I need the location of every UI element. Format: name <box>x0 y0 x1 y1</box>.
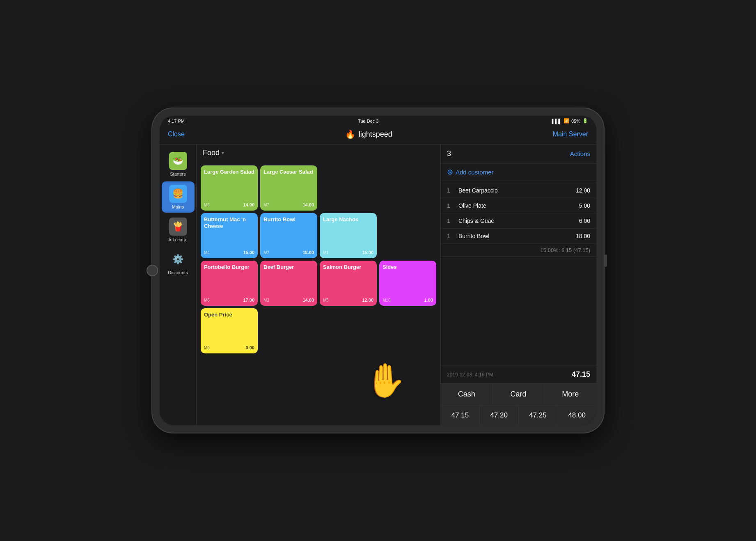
mains-label: Mains <box>172 204 184 209</box>
order-item[interactable]: 1 Burrito Bowl 18.00 <box>441 229 596 244</box>
sidebar: 🥗 Starters 🍔 Mains 🍟 À la carte <box>160 144 197 425</box>
payment-methods: Cash Card More <box>441 383 596 405</box>
empty-cell <box>320 308 377 353</box>
menu-item-code: M4 <box>204 250 210 255</box>
order-footer: 2019-12-03, 4:16 PM 47.15 <box>441 366 596 383</box>
cash-button[interactable]: Cash <box>441 383 493 405</box>
menu-item-large-nachos[interactable]: Large Nachos M1 15.00 <box>320 213 377 258</box>
menu-item-footer: M1 15.00 <box>323 250 373 255</box>
order-number: 3 <box>447 149 451 158</box>
menu-item-price: 18.00 <box>302 250 314 255</box>
logo-text: lightspeed <box>359 130 392 139</box>
main-content: 🥗 Starters 🍔 Mains 🍟 À la carte <box>160 144 596 425</box>
menu-item-name: Sides <box>383 264 433 270</box>
menu-grid: Large Garden Salad M6 14.00 Large Caesar… <box>197 161 440 425</box>
menu-item-open-price[interactable]: Open Price M9 0.00 <box>201 308 258 353</box>
menu-item-name: Beef Burger <box>263 264 314 270</box>
menu-item-portobello[interactable]: Portobello Burger M6 17.00 <box>201 261 258 306</box>
device-frame: 4:17 PM Tue Dec 3 ▌▌▌ 📶 85% 🔋 Close 🔥 li… <box>152 108 604 433</box>
menu-item-footer: M9 0.00 <box>204 345 254 350</box>
menu-item-price: 0.00 <box>246 345 254 350</box>
menu-item-sides[interactable]: Sides M10 1.00 <box>379 261 436 306</box>
flame-icon: 🔥 <box>345 129 355 139</box>
menu-item-code: M10 <box>383 298 390 303</box>
item-price: 18.00 <box>576 233 590 239</box>
alacarte-icon: 🍟 <box>169 218 187 236</box>
sidebar-item-mains[interactable]: 🍔 Mains <box>162 181 195 213</box>
menu-area: Food ▾ Large Garden Salad M6 14.00 <box>197 144 440 425</box>
menu-item-code: M6 <box>204 298 210 303</box>
amount-4725[interactable]: 47.25 <box>519 406 558 425</box>
status-time: 4:17 PM <box>168 119 185 124</box>
category-selector[interactable]: Food ▾ <box>203 149 224 157</box>
menu-item-beef-burger[interactable]: Beef Burger M3 14.00 <box>260 261 317 306</box>
signal-icon: ▌▌▌ <box>552 119 561 124</box>
order-header: 3 Actions <box>441 144 596 163</box>
menu-item-code: M1 <box>323 250 329 255</box>
amount-4800[interactable]: 48.00 <box>557 406 596 425</box>
status-date: Tue Dec 3 <box>358 119 378 124</box>
menu-item-code: M9 <box>204 346 210 350</box>
item-name: Chips & Guac <box>458 218 579 224</box>
menu-item-name: Large Caesar Salad <box>263 169 314 175</box>
menu-item-butternut[interactable]: Butternut Mac 'n Cheese M4 15.00 <box>201 213 258 258</box>
empty-cell <box>379 213 436 258</box>
menu-item-large-caesar-salad[interactable]: Large Caesar Salad M7 14.00 <box>260 165 317 211</box>
order-items-list: 1 Beet Carpaccio 12.00 1 Olive Plate 5.0… <box>441 181 596 366</box>
item-name: Olive Plate <box>458 202 579 209</box>
order-item[interactable]: 1 Beet Carpaccio 12.00 <box>441 183 596 198</box>
category-arrow-icon: ▾ <box>222 150 224 156</box>
item-qty: 1 <box>447 202 455 209</box>
close-button[interactable]: Close <box>168 131 185 138</box>
menu-header: Food ▾ <box>197 144 440 161</box>
item-price: 5.00 <box>579 202 590 209</box>
add-customer-label: Add customer <box>456 169 494 176</box>
menu-item-price: 14.00 <box>243 202 254 207</box>
amount-4715[interactable]: 47.15 <box>441 406 480 425</box>
status-bar: 4:17 PM Tue Dec 3 ▌▌▌ 📶 85% 🔋 <box>160 116 596 126</box>
menu-item-salmon-burger[interactable]: Salmon Burger M5 12.00 <box>320 261 377 306</box>
menu-item-code: M2 <box>263 250 269 255</box>
item-price: 6.00 <box>579 218 590 224</box>
item-qty: 1 <box>447 218 455 224</box>
amount-options: 47.15 47.20 47.25 48.00 <box>441 405 596 425</box>
device-screen: 4:17 PM Tue Dec 3 ▌▌▌ 📶 85% 🔋 Close 🔥 li… <box>160 116 596 425</box>
starters-label: Starters <box>170 172 186 177</box>
starters-icon: 🥗 <box>169 152 187 170</box>
actions-button[interactable]: Actions <box>570 150 590 157</box>
sidebar-item-discounts[interactable]: ⚙️ Discounts <box>162 247 195 278</box>
server-selector[interactable]: Main Server <box>553 131 588 138</box>
item-qty: 1 <box>447 187 455 194</box>
side-button[interactable] <box>605 254 607 267</box>
card-button[interactable]: Card <box>493 383 544 405</box>
menu-item-price: 12.00 <box>362 298 373 303</box>
menu-item-large-garden-salad[interactable]: Large Garden Salad M6 14.00 <box>201 165 258 211</box>
amount-4720[interactable]: 47.20 <box>480 406 519 425</box>
empty-cell <box>260 308 317 353</box>
sidebar-item-alacarte[interactable]: 🍟 À la carte <box>162 214 195 245</box>
order-item[interactable]: 1 Olive Plate 5.00 <box>441 198 596 213</box>
menu-item-name: Open Price <box>204 312 254 318</box>
empty-cell <box>379 165 436 211</box>
menu-item-price: 15.00 <box>243 250 254 255</box>
more-button[interactable]: More <box>545 383 596 405</box>
app-logo: 🔥 lightspeed <box>345 129 392 139</box>
home-button[interactable] <box>147 265 158 276</box>
order-total: 47.15 <box>572 370 590 379</box>
add-customer-button[interactable]: ⊕ Add customer <box>441 163 596 181</box>
order-timestamp: 2019-12-03, 4:16 PM <box>447 372 493 378</box>
menu-item-footer: M6 14.00 <box>204 202 254 207</box>
menu-item-burrito-bowl[interactable]: Burrito Bowl M2 18.00 <box>260 213 317 258</box>
sidebar-item-starters[interactable]: 🥗 Starters <box>162 149 195 180</box>
battery-indicator: 85% <box>571 119 580 124</box>
menu-item-footer: M10 1.00 <box>383 298 433 303</box>
menu-item-price: 17.00 <box>243 298 254 303</box>
payment-section: Cash Card More 47.15 47.20 47.25 48.00 <box>441 383 596 425</box>
discounts-label: Discounts <box>168 270 188 275</box>
item-name: Beet Carpaccio <box>458 187 576 194</box>
menu-item-price: 14.00 <box>302 202 314 207</box>
item-price: 12.00 <box>576 187 590 194</box>
left-panel: 🥗 Starters 🍔 Mains 🍟 À la carte <box>160 144 440 425</box>
status-right: ▌▌▌ 📶 85% 🔋 <box>552 118 588 124</box>
order-item[interactable]: 1 Chips & Guac 6.00 <box>441 213 596 229</box>
